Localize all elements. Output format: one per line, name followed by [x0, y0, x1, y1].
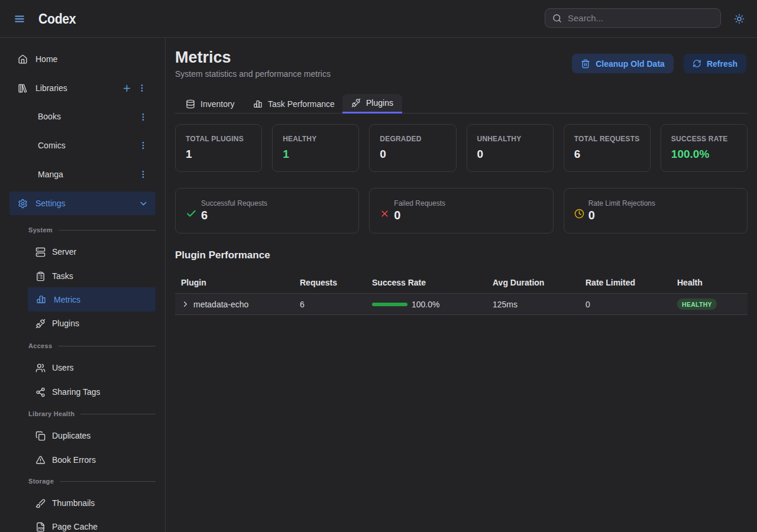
svg-text:PDF: PDF	[38, 527, 44, 530]
